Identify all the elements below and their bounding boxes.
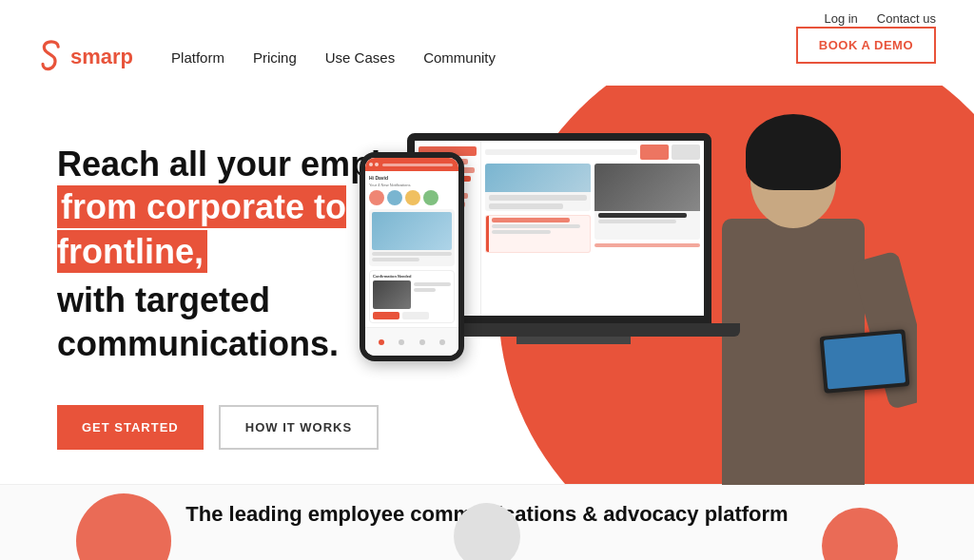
header: Log in Contact us smarp Platform Pricing… bbox=[0, 0, 974, 86]
phone-screen: Hi David Your 4 New Notifications bbox=[365, 158, 458, 356]
laptop-stand bbox=[516, 337, 631, 344]
hero-headline-highlight: from corporate to frontline, bbox=[57, 185, 346, 273]
nav-platform[interactable]: Platform bbox=[171, 49, 224, 66]
deco-circle-left bbox=[76, 493, 171, 560]
deco-circle-right bbox=[822, 508, 898, 560]
devices-mockup: Hi David Your 4 New Notifications bbox=[350, 95, 807, 475]
smarp-logo-icon bbox=[38, 40, 65, 74]
nav-community[interactable]: Community bbox=[423, 49, 496, 66]
phone-mockup: Hi David Your 4 New Notifications bbox=[360, 152, 464, 361]
nav-use-cases[interactable]: Use Cases bbox=[325, 49, 395, 66]
nav-pricing[interactable]: Pricing bbox=[253, 49, 297, 66]
get-started-button[interactable]: GET STARTED bbox=[57, 405, 204, 450]
logo[interactable]: smarp bbox=[38, 40, 133, 74]
logo-text: smarp bbox=[70, 45, 133, 69]
hero-section: Reach all your employees, from corporate… bbox=[0, 86, 974, 485]
book-demo-button[interactable]: BOOK A DEMO bbox=[796, 27, 936, 64]
screen-main-content bbox=[481, 141, 704, 316]
footer-section: The leading employee communications & ad… bbox=[0, 484, 974, 560]
